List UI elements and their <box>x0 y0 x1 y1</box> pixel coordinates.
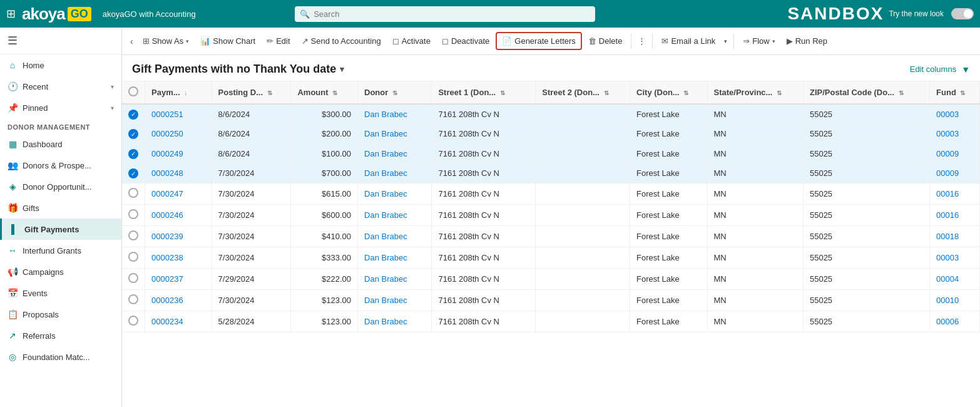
search-input[interactable] <box>295 6 595 22</box>
row-select-cell[interactable]: ✓ <box>122 124 145 144</box>
fund-cell[interactable]: 00004 <box>930 269 980 290</box>
th-payment[interactable]: Paym... ↓ <box>145 81 212 104</box>
run-rep-button[interactable]: ▶ Run Rep <box>782 33 832 49</box>
payment-id-cell[interactable]: 0000234 <box>145 311 212 332</box>
sidebar-item-foundation-match[interactable]: ◎ Foundation Matc... <box>0 346 121 368</box>
th-zip[interactable]: ZIP/Postal Code (Do... ⇅ <box>803 81 929 104</box>
sidebar-item-gifts[interactable]: 🎁 Gifts <box>0 197 121 219</box>
back-button[interactable]: ‹ <box>127 33 136 49</box>
generate-letters-button[interactable]: 📄 Generate Letters <box>496 32 582 50</box>
link[interactable]: Dan Brabec <box>364 189 407 198</box>
th-fund[interactable]: Fund ⇅ <box>930 81 980 104</box>
link[interactable]: Dan Brabec <box>364 317 407 326</box>
activate-button[interactable]: ◻ Activate <box>387 33 436 49</box>
sidebar-item-home[interactable]: ⌂ Home <box>0 54 121 76</box>
link[interactable]: 00003 <box>936 129 959 138</box>
payment-id-cell[interactable]: 0000248 <box>145 163 212 183</box>
email-chevron-icon[interactable]: ▾ <box>722 36 730 47</box>
donor-cell[interactable]: Dan Brabec <box>358 124 432 144</box>
link[interactable]: 00003 <box>936 253 959 262</box>
sidebar-item-dashboard[interactable]: ▦ Dashboard <box>0 133 121 155</box>
link[interactable]: 0000249 <box>151 149 183 158</box>
sidebar-item-donor-opportunities[interactable]: ◈ Donor Opportunit... <box>0 176 121 197</box>
sidebar-item-recent[interactable]: 🕐 Recent ▾ <box>0 76 121 97</box>
donor-cell[interactable]: Dan Brabec <box>358 247 432 269</box>
sidebar-item-donors[interactable]: 👥 Donors & Prospe... <box>0 155 121 176</box>
donor-cell[interactable]: Dan Brabec <box>358 104 432 124</box>
deactivate-button[interactable]: ◻ Deactivate <box>437 33 494 49</box>
row-select-cell[interactable] <box>122 311 145 332</box>
sidebar-item-referrals[interactable]: ↗ Referrals <box>0 325 121 346</box>
hamburger-icon[interactable]: ☰ <box>8 34 18 48</box>
show-chart-button[interactable]: 📊 Show Chart <box>195 33 260 49</box>
email-a-link-button[interactable]: ✉ Email a Link <box>656 33 720 49</box>
new-look-toggle[interactable] <box>951 8 974 19</box>
show-as-button[interactable]: ⊞ Show As ▾ <box>138 33 195 49</box>
sidebar-item-interfund-grants[interactable]: ↔ Interfund Grants <box>0 240 121 261</box>
link[interactable]: 00010 <box>936 296 959 305</box>
title-chevron-icon[interactable]: ▾ <box>340 64 344 74</box>
payment-id-cell[interactable]: 0000250 <box>145 124 212 144</box>
payment-id-cell[interactable]: 0000247 <box>145 183 212 205</box>
sidebar-item-events[interactable]: 📅 Events <box>0 282 121 304</box>
donor-cell[interactable]: Dan Brabec <box>358 163 432 183</box>
link[interactable]: Dan Brabec <box>364 274 407 284</box>
fund-cell[interactable]: 00003 <box>930 124 980 144</box>
link[interactable]: Dan Brabec <box>364 129 407 138</box>
link[interactable]: 0000237 <box>151 274 183 284</box>
link[interactable]: 0000236 <box>151 296 183 305</box>
donor-cell[interactable]: Dan Brabec <box>358 269 432 290</box>
donor-cell[interactable]: Dan Brabec <box>358 311 432 332</box>
row-select-cell[interactable]: ✓ <box>122 163 145 183</box>
donor-cell[interactable]: Dan Brabec <box>358 290 432 311</box>
link[interactable]: Dan Brabec <box>364 168 407 178</box>
donor-cell[interactable]: Dan Brabec <box>358 226 432 247</box>
fund-cell[interactable]: 00003 <box>930 247 980 269</box>
link[interactable]: 00016 <box>936 189 959 198</box>
link[interactable]: 00018 <box>936 232 959 241</box>
th-donor[interactable]: Donor ⇅ <box>358 81 432 104</box>
fund-cell[interactable]: 00009 <box>930 163 980 183</box>
delete-button[interactable]: 🗑 Delete <box>583 33 628 49</box>
link[interactable]: 0000250 <box>151 129 183 138</box>
link[interactable]: 00004 <box>936 274 959 284</box>
th-posting-date[interactable]: Posting D... ⇅ <box>212 81 291 104</box>
donor-cell[interactable]: Dan Brabec <box>358 205 432 226</box>
link[interactable]: Dan Brabec <box>364 253 407 262</box>
fund-cell[interactable]: 00016 <box>930 205 980 226</box>
filter-icon[interactable]: ▼ <box>961 64 970 75</box>
link[interactable]: Dan Brabec <box>364 149 407 158</box>
flow-button[interactable]: ⇒ Flow ▾ <box>738 33 780 49</box>
link[interactable]: Dan Brabec <box>364 296 407 305</box>
link[interactable]: 00009 <box>936 149 959 158</box>
fund-cell[interactable]: 00009 <box>930 144 980 164</box>
payment-id-cell[interactable]: 0000239 <box>145 226 212 247</box>
send-to-accounting-button[interactable]: ↗ Send to Accounting <box>297 33 386 49</box>
row-select-cell[interactable]: ✓ <box>122 104 145 124</box>
row-select-cell[interactable] <box>122 205 145 226</box>
link[interactable]: 0000238 <box>151 253 183 262</box>
row-select-cell[interactable] <box>122 226 145 247</box>
fund-cell[interactable]: 00018 <box>930 226 980 247</box>
fund-cell[interactable]: 00006 <box>930 311 980 332</box>
edit-button[interactable]: ✏ Edit <box>262 33 295 49</box>
payment-id-cell[interactable]: 0000236 <box>145 290 212 311</box>
row-select-cell[interactable] <box>122 247 145 269</box>
sidebar-item-gift-payments[interactable]: ▌ Gift Payments <box>0 219 121 240</box>
sidebar-item-campaigns[interactable]: 📢 Campaigns <box>0 261 121 282</box>
th-state[interactable]: State/Provinc... ⇅ <box>707 81 803 104</box>
link[interactable]: 00006 <box>936 317 959 326</box>
donor-cell[interactable]: Dan Brabec <box>358 183 432 205</box>
grid-icon[interactable]: ⊞ <box>6 7 16 21</box>
row-select-cell[interactable] <box>122 183 145 205</box>
payment-id-cell[interactable]: 0000251 <box>145 104 212 124</box>
fund-cell[interactable]: 00016 <box>930 183 980 205</box>
link[interactable]: 0000246 <box>151 210 183 220</box>
link[interactable]: 00016 <box>936 210 959 220</box>
payment-id-cell[interactable]: 0000249 <box>145 144 212 164</box>
row-select-cell[interactable] <box>122 290 145 311</box>
link[interactable]: 00003 <box>936 110 959 119</box>
row-select-cell[interactable] <box>122 269 145 290</box>
sidebar-item-pinned[interactable]: 📌 Pinned ▾ <box>0 97 121 118</box>
edit-columns-label[interactable]: Edit columns <box>910 64 956 74</box>
